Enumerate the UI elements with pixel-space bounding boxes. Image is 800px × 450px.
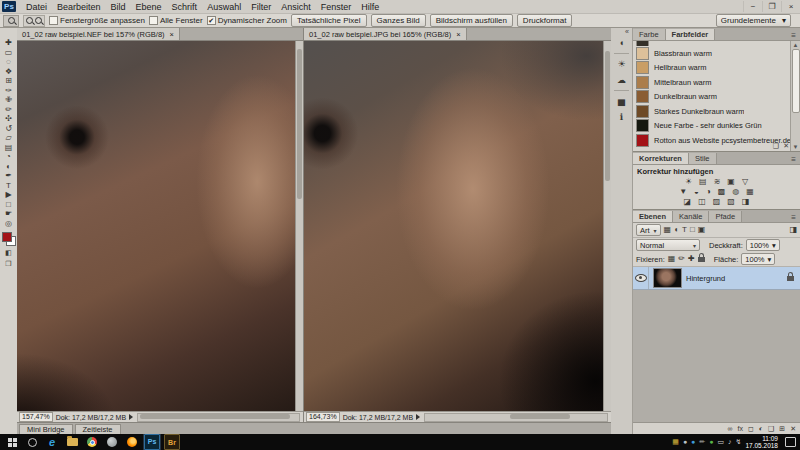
- layer-row-hintergrund[interactable]: Hintergrund: [633, 267, 800, 290]
- connector-icon[interactable]: ↯: [736, 438, 742, 446]
- gradient-tool[interactable]: ▤: [1, 143, 16, 153]
- checkbox-box[interactable]: [149, 16, 158, 25]
- adj-selective-color-icon[interactable]: ▧: [727, 197, 735, 207]
- new-swatch-icon[interactable]: ❑: [773, 142, 779, 150]
- marquee-tool[interactable]: ▭: [1, 48, 16, 58]
- taskbar-clock[interactable]: 11:09 17.05.2018: [745, 435, 778, 449]
- bildschirm-ausfuellen-button[interactable]: Bildschirm ausfüllen: [430, 14, 513, 27]
- photoshop-button[interactable]: Ps: [143, 434, 161, 450]
- tab-pfade[interactable]: Pfade: [709, 211, 742, 222]
- delete-swatch-icon[interactable]: ✕: [783, 142, 789, 150]
- gray-app-button[interactable]: [103, 434, 121, 450]
- history-brush-tool[interactable]: ↺: [1, 124, 16, 134]
- edge-button[interactable]: e: [43, 434, 61, 450]
- zoom-in-out-toggle[interactable]: [23, 15, 45, 27]
- firefox-button[interactable]: [123, 434, 141, 450]
- adj-gradient-map-icon[interactable]: ◨: [742, 197, 750, 207]
- color-swatch[interactable]: [636, 76, 649, 89]
- lock-position-icon[interactable]: ✚: [688, 253, 695, 265]
- shape-tool[interactable]: □: [1, 200, 16, 210]
- adj-channel-mixer-icon[interactable]: ◍: [732, 187, 739, 197]
- scrollbar-thumb[interactable]: [297, 49, 302, 199]
- checkbox-alle-fenster[interactable]: Alle Fenster: [149, 16, 203, 25]
- status-menu-arrow-icon[interactable]: [129, 414, 133, 420]
- tab-farbe[interactable]: Farbe: [633, 29, 666, 40]
- action-center-icon[interactable]: [785, 437, 796, 447]
- layer-thumbnail[interactable]: [653, 268, 682, 288]
- document-tab-jpg[interactable]: 01_02 raw beispiel.JPG bei 165% (RGB/8) …: [304, 28, 467, 40]
- shield-icon[interactable]: ●: [709, 438, 713, 446]
- tab-stile[interactable]: Stile: [689, 153, 717, 164]
- eraser-tool[interactable]: ▱: [1, 133, 16, 143]
- filter-pixel-layers-icon[interactable]: ▦: [664, 224, 672, 236]
- adj-vibrance-icon[interactable]: ▽: [742, 177, 748, 187]
- display-icon[interactable]: ▭: [717, 438, 724, 446]
- adj-color-lookup-icon[interactable]: ▦: [746, 187, 754, 197]
- adj-posterize-icon[interactable]: ◫: [698, 197, 706, 207]
- skype-icon[interactable]: ●: [691, 438, 695, 446]
- lock-transparency-icon[interactable]: ▦: [668, 253, 676, 265]
- menu-schrift[interactable]: Schrift: [167, 2, 203, 12]
- move-tool[interactable]: ✚: [1, 38, 16, 48]
- lasso-tool[interactable]: ◌: [1, 57, 16, 67]
- adj-invert-icon[interactable]: ◪: [684, 197, 692, 207]
- adj-photo-filter-icon[interactable]: ▩: [718, 187, 726, 197]
- color-swatch[interactable]: [636, 61, 649, 74]
- clone-source-icon[interactable]: ◖: [613, 36, 630, 50]
- adj-color-balance-icon[interactable]: ◒: [694, 187, 699, 197]
- adj-curves-icon[interactable]: ≋: [714, 177, 721, 187]
- pen-tool[interactable]: ✒: [1, 171, 16, 181]
- cloud-icon[interactable]: ☁: [613, 73, 630, 87]
- ganzes-bild-button[interactable]: Ganzes Bild: [371, 14, 426, 27]
- panel-menu-icon[interactable]: ≡: [787, 213, 800, 222]
- swatch-row[interactable]: Mittelbraun warm: [633, 75, 791, 90]
- path-selection-tool[interactable]: ▶: [1, 190, 16, 200]
- globe-icon[interactable]: ●: [683, 438, 687, 446]
- menu-datei[interactable]: Datei: [21, 2, 52, 12]
- layer-filter-toggle-icon[interactable]: ◨: [789, 224, 797, 236]
- filter-shape-layers-icon[interactable]: □: [690, 224, 695, 236]
- swatches-scrollbar[interactable]: ▲ ▼: [790, 41, 800, 151]
- zoom-level-field[interactable]: 157,47%: [19, 412, 53, 422]
- checkbox-box[interactable]: ✔: [207, 16, 216, 25]
- dodge-tool[interactable]: ◐: [1, 162, 16, 172]
- zoom-in-icon[interactable]: [26, 17, 33, 24]
- quick-mask-button[interactable]: ◧: [5, 249, 12, 257]
- layer-effects-icon[interactable]: fx: [737, 425, 742, 432]
- restore-button[interactable]: ❐: [762, 1, 781, 12]
- menu-bild[interactable]: Bild: [106, 2, 131, 12]
- menu-ansicht[interactable]: Ansicht: [276, 2, 316, 12]
- swatch-row[interactable]: Hellbraun warm: [633, 61, 791, 76]
- workspace-switcher[interactable]: Grundelemente ▾: [716, 14, 791, 27]
- zoom-tool-preset[interactable]: [3, 15, 19, 27]
- histogram-icon[interactable]: ▅: [613, 94, 630, 108]
- opacity-field[interactable]: 100% ▾: [746, 239, 780, 251]
- zoom-level-field[interactable]: 164,73%: [306, 412, 340, 422]
- blur-tool[interactable]: ◔: [1, 152, 16, 162]
- link-layers-icon[interactable]: ∞: [727, 425, 732, 432]
- zoom-tool[interactable]: ◎: [1, 219, 16, 229]
- bridge-button[interactable]: Br: [163, 434, 181, 450]
- menu-ebene[interactable]: Ebene: [131, 2, 167, 12]
- adj-black-white-icon[interactable]: ◑: [706, 187, 711, 197]
- document-tab-nef[interactable]: 01_02 raw beispiel.NEF bei 157% (RGB/8) …: [17, 28, 180, 40]
- close-button[interactable]: ×: [781, 1, 800, 12]
- new-layer-icon[interactable]: ⊞: [779, 425, 785, 433]
- menu-hilfe[interactable]: Hilfe: [356, 2, 384, 12]
- chrome-button[interactable]: [83, 434, 101, 450]
- scrollbar-thumb[interactable]: [792, 49, 800, 113]
- foreground-background-colors[interactable]: [2, 232, 16, 246]
- color-swatch[interactable]: [636, 41, 649, 46]
- panel-menu-icon[interactable]: ≡: [787, 31, 800, 40]
- menu-auswahl[interactable]: Auswahl: [202, 2, 246, 12]
- mini-bridge-tab[interactable]: Mini Bridge: [19, 424, 73, 434]
- tab-ebenen[interactable]: Ebenen: [633, 211, 673, 222]
- delete-layer-icon[interactable]: ✕: [790, 425, 796, 433]
- volume-icon[interactable]: ♪: [728, 438, 732, 446]
- adj-levels-icon[interactable]: ▤: [699, 177, 707, 187]
- lock-pixels-icon[interactable]: ✏: [678, 253, 685, 265]
- horizontal-scrollbar[interactable]: [137, 413, 300, 422]
- crop-tool[interactable]: ⊞: [1, 76, 16, 86]
- druckformat-button[interactable]: Druckformat: [517, 14, 573, 27]
- checkbox-box[interactable]: [49, 16, 58, 25]
